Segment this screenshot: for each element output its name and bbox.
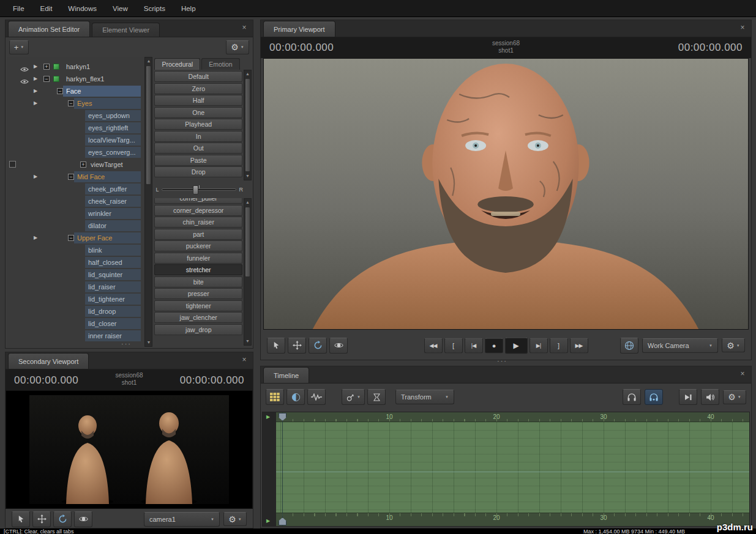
tab-element-viewer[interactable]: Element Viewer — [92, 23, 160, 37]
collapse-minus-icon[interactable]: − — [68, 235, 74, 241]
scroll-up-icon[interactable]: ▲ — [244, 199, 251, 206]
preset-strength-slider[interactable]: L R — [154, 180, 252, 198]
viewport-settings-button[interactable]: ⚙ ▼ — [722, 338, 745, 352]
time-selection-button[interactable] — [367, 389, 386, 405]
rotate-tool-button[interactable] — [309, 338, 327, 354]
orbit-tool-button[interactable] — [329, 338, 348, 354]
graph-editor-button[interactable] — [286, 389, 305, 405]
flex-slider-jaw_drop[interactable]: jaw_drop — [154, 324, 242, 335]
primary-viewport-render[interactable] — [263, 58, 749, 330]
work-camera-dropdown[interactable]: Work Camera ▼ — [642, 338, 718, 353]
audio-monitor-active-button[interactable] — [645, 389, 663, 405]
collapse-minus-icon[interactable]: − — [43, 76, 50, 82]
flex-slider-puckerer[interactable]: puckerer — [154, 240, 242, 251]
move-tool-button[interactable] — [288, 338, 306, 354]
keyframe-add-button[interactable]: ▼ — [342, 389, 365, 405]
anim-settings-button[interactable]: ⚙ ▼ — [226, 40, 249, 54]
tree-row[interactable]: ▶−Eyes — [7, 97, 144, 109]
tree-row[interactable]: blink — [7, 244, 144, 256]
tree-row[interactable]: lid_tightener — [7, 293, 144, 305]
tree-row[interactable]: half_closed — [7, 256, 144, 269]
close-icon[interactable]: × — [738, 24, 747, 32]
record-button[interactable]: ● — [485, 338, 503, 353]
camera-globe-button[interactable] — [620, 338, 638, 354]
preset-scrollbar[interactable]: ▲ ▼ — [244, 70, 252, 180]
timeline-curve-area[interactable] — [276, 422, 749, 513]
tree-row[interactable]: wrinkler — [7, 207, 144, 220]
jump-to-end-button[interactable]: ▶▶ — [570, 338, 588, 353]
menu-scripts[interactable]: Scripts — [136, 2, 173, 15]
tree-row[interactable]: ▶+harkyn1 — [7, 61, 144, 73]
preset-paste[interactable]: Paste — [154, 155, 242, 166]
tree-row[interactable]: ▶−Face — [7, 85, 144, 97]
frame-forward-button[interactable]: ▶| — [530, 338, 548, 353]
tree-row[interactable]: eyes_rightleft — [7, 122, 144, 134]
scroll-up-icon[interactable]: ▲ — [244, 70, 251, 78]
audio-monitor-button[interactable] — [623, 389, 641, 405]
tree-row[interactable]: eyes_updown — [7, 109, 144, 122]
slider-thumb[interactable] — [193, 185, 198, 195]
scroll-arrow-icon[interactable]: ▶ — [266, 414, 270, 420]
tree-row[interactable]: ▶−harkyn_flex1 — [7, 73, 144, 85]
scroll-arrow-icon[interactable]: ▶ — [266, 518, 270, 524]
preset-half[interactable]: Half — [154, 95, 242, 106]
flex-slider-jaw_clencher[interactable]: jaw_clencher — [154, 312, 242, 323]
flex-slider-corner_depressor[interactable]: corner_depressor — [154, 205, 242, 216]
preset-out[interactable]: Out — [154, 143, 242, 154]
flex-slider-tightener[interactable]: tightener — [154, 300, 242, 311]
scroll-up-icon[interactable]: ▲ — [145, 57, 152, 65]
menu-edit[interactable]: Edit — [32, 2, 61, 15]
preset-one[interactable]: One — [154, 107, 242, 118]
tree-row[interactable]: ▶−Mid Face — [7, 171, 144, 183]
timeline-settings-button[interactable]: ⚙ ▼ — [723, 390, 746, 404]
frame-back-button[interactable]: |◀ — [465, 338, 483, 353]
preset-default[interactable]: Default — [154, 71, 242, 82]
tree-row[interactable]: lid_squinter — [7, 269, 144, 281]
tab-animation-set-editor[interactable]: Animation Set Editor — [8, 21, 90, 37]
play-arrow-icon[interactable]: ▶ — [34, 76, 37, 81]
tree-row[interactable]: lid_droop — [7, 305, 144, 317]
camera1-dropdown[interactable]: camera1 ▼ — [144, 512, 220, 527]
collapse-minus-icon[interactable]: − — [68, 100, 74, 106]
preset-drop[interactable]: Drop — [154, 166, 242, 177]
menu-help[interactable]: Help — [173, 2, 204, 15]
close-icon[interactable]: × — [240, 24, 249, 32]
scroll-down-icon[interactable]: ▼ — [244, 338, 251, 345]
scroll-down-icon[interactable]: ▼ — [145, 339, 152, 346]
tree-row[interactable]: cheek_raiser — [7, 195, 144, 207]
expand-plus-icon[interactable]: + — [43, 64, 50, 70]
skip-to-end-button[interactable] — [679, 389, 697, 405]
rotate-tool-button[interactable] — [53, 511, 72, 527]
flex-slider-stretcher[interactable]: stretcher — [154, 264, 242, 275]
tab-procedural[interactable]: Procedural — [154, 58, 200, 70]
timeline-ruler-bottom[interactable]: 10203040 — [276, 513, 749, 526]
splitter-handle[interactable]: ··· — [121, 340, 132, 347]
scrollbar-thumb[interactable] — [245, 207, 250, 277]
slider-track[interactable] — [162, 188, 236, 191]
tree-row[interactable]: eyes_converg... — [7, 146, 144, 158]
close-icon[interactable]: × — [738, 370, 747, 379]
preset-zero[interactable]: Zero — [154, 83, 242, 94]
checkbox[interactable] — [9, 161, 16, 168]
speaker-button[interactable] — [701, 389, 719, 405]
flex-slider-part[interactable]: part — [154, 229, 242, 240]
motion-editor-button[interactable] — [266, 389, 284, 405]
tree-row[interactable]: lid_closer — [7, 317, 144, 330]
playhead-line[interactable] — [282, 412, 283, 526]
tree-row[interactable]: localViewTarg... — [7, 134, 144, 146]
tree-scrollbar[interactable]: ▲ ▼ — [144, 57, 152, 347]
play-button[interactable]: ▶ — [505, 337, 528, 354]
scrollbar-thumb[interactable] — [245, 78, 250, 172]
set-in-point-button[interactable]: [ — [444, 338, 463, 353]
flex-scrollbar[interactable]: ▲ ▼ — [244, 198, 252, 346]
menu-view[interactable]: View — [105, 2, 136, 15]
scrollbar-thumb[interactable] — [146, 65, 151, 185]
tree-row[interactable]: +viewTarget — [7, 158, 144, 171]
jump-to-start-button[interactable]: ◀◀ — [424, 338, 443, 353]
tab-timeline[interactable]: Timeline — [263, 367, 309, 383]
flex-slider-bite[interactable]: bite — [154, 276, 242, 287]
menu-file[interactable]: File — [5, 2, 32, 15]
transform-dropdown[interactable]: Transform ▼ — [395, 390, 454, 404]
play-arrow-icon[interactable]: ▶ — [34, 174, 37, 179]
select-tool-button[interactable] — [12, 511, 30, 527]
